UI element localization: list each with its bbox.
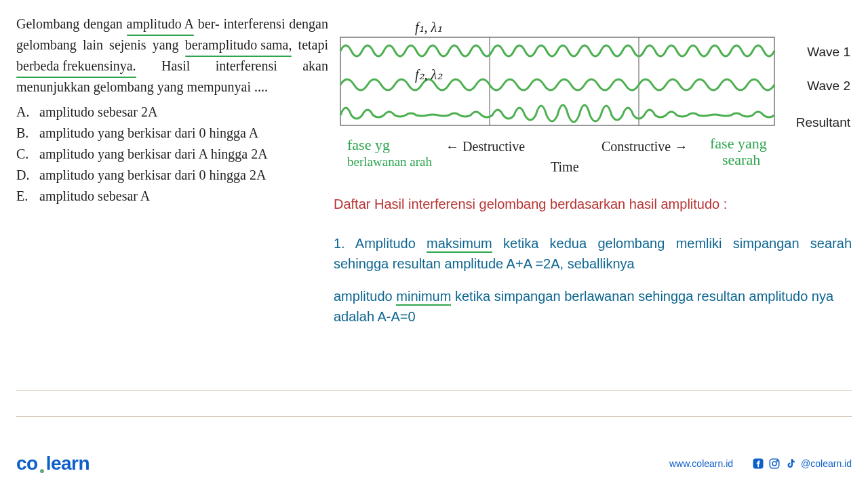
f2-label: f₂, λ₂: [415, 66, 442, 83]
footer-handle: @colearn.id: [801, 458, 852, 469]
question-text: Gelombang dengan amplitudo A ber- interf…: [16, 14, 328, 98]
handwrite-destructive: fase ygberlawanan arah: [347, 137, 432, 169]
explanation-p2: amplitudo minimum ketika simpangan berla…: [334, 286, 852, 327]
social-icons: @colearn.id: [752, 458, 852, 470]
option-b: B.amplitudo yang berkisar dari 0 hingga …: [16, 123, 328, 144]
facebook-icon: [752, 458, 764, 470]
footer: co●learn www.colearn.id @colearn.id: [16, 453, 852, 474]
destructive-label: Destructive: [446, 139, 525, 155]
svg-point-6: [776, 460, 778, 462]
footer-url: www.colearn.id: [669, 458, 733, 469]
handwrite-constructive: fase yangsearah: [710, 136, 767, 168]
explanation-p1: 1. Amplitudo maksimum ketika kedua gelom…: [334, 233, 852, 274]
constructive-label: Constructive: [601, 139, 688, 155]
resultant-label: Resultant: [796, 115, 850, 130]
rule-line: [16, 416, 852, 417]
time-label: Time: [551, 159, 579, 175]
option-a: A.amplitudo sebesar 2A: [16, 102, 328, 123]
svg-point-5: [772, 462, 776, 466]
underline-frekuensi: berbeda frekuensinya.: [16, 56, 136, 77]
wave1-label: Wave 1: [807, 45, 850, 60]
underline-amplitudo: amplitudo A: [127, 14, 194, 35]
instagram-icon: [768, 458, 781, 470]
wave2-label: Wave 2: [807, 79, 850, 94]
wave-svg: [334, 14, 795, 136]
underline-beramplitudo: beramplitudo sama,: [185, 35, 292, 56]
question-column: Gelombang dengan amplitudo A ber- interf…: [16, 14, 328, 327]
options-list: A.amplitudo sebesar 2A B.amplitudo yang …: [16, 102, 328, 207]
option-e: E.amplitudo sebesar A: [16, 186, 328, 207]
explanation-header: Daftar Hasil interferensi gelombang berd…: [334, 194, 852, 214]
rule-line: [16, 390, 852, 391]
f1-label: f₁, λ₁: [415, 19, 442, 35]
option-c: C.amplitudo yang berkisar dari A hingga …: [16, 144, 328, 165]
option-d: D.amplitudo yang berkisar dari 0 hingga …: [16, 165, 328, 186]
tiktok-icon: [785, 458, 797, 470]
wave-diagram: f₁, λ₁ f₂, λ₂ Wave 1 Wave 2 Resultant De…: [334, 14, 852, 156]
logo: co●learn: [16, 453, 90, 474]
explanation-column: f₁, λ₁ f₂, λ₂ Wave 1 Wave 2 Resultant De…: [334, 14, 852, 327]
